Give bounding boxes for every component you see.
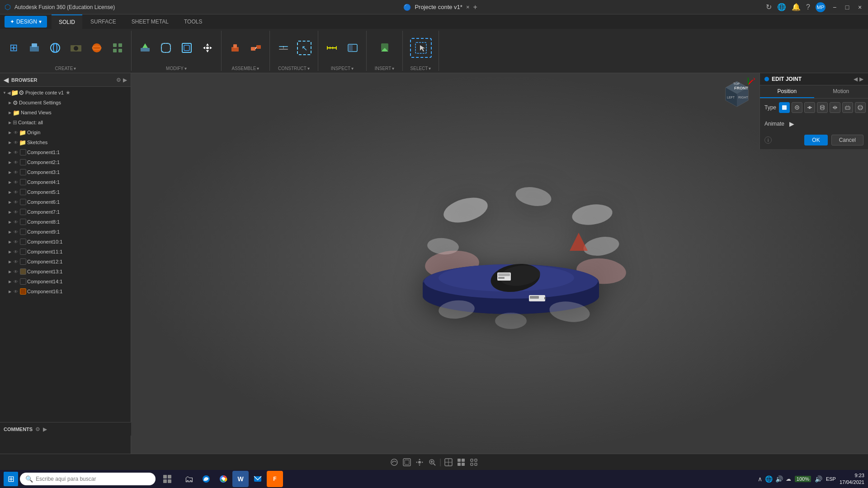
tree-root[interactable]: ▼ ◀ 📁 ⚙ Projecte conte v1 ★ xyxy=(0,88,131,98)
tree-item-comp14[interactable]: ▶ 👁 Component14:1 xyxy=(0,277,131,286)
assemble-dropdown[interactable]: ▾ xyxy=(257,66,259,71)
named-views-arrow[interactable]: ▶ xyxy=(7,110,13,115)
construct-screenshot-btn[interactable]: ↖ xyxy=(294,39,314,57)
tree-item-comp11[interactable]: ▶ 👁 Component11:1 xyxy=(0,247,131,257)
close-btn[interactable]: × xyxy=(856,4,863,11)
fillet-btn[interactable] xyxy=(156,39,176,57)
tree-item-comp9[interactable]: ▶ 👁 Component9:1 xyxy=(0,227,131,237)
minimize-btn[interactable]: − xyxy=(831,4,838,11)
help-icon[interactable]: ? xyxy=(806,3,810,11)
section-analysis-btn[interactable] xyxy=(343,39,363,57)
add-tab-icon[interactable]: + xyxy=(473,3,477,11)
lang-btn[interactable]: ESP xyxy=(826,476,836,482)
refresh-icon[interactable]: ↻ xyxy=(766,3,772,11)
speaker-icon[interactable]: 🔊 xyxy=(815,475,822,483)
tab-surface[interactable]: SURFACE xyxy=(83,14,123,29)
grid-icon[interactable] xyxy=(456,457,467,468)
joint-type-ball[interactable] xyxy=(855,102,866,113)
joint-type-pin-slot[interactable] xyxy=(830,102,840,113)
onedrive-icon[interactable]: ☁ xyxy=(786,476,791,482)
design-button[interactable]: ✦ DESIGN ▾ xyxy=(5,16,47,28)
look-at-icon[interactable] xyxy=(401,457,412,468)
tray-arrow-icon[interactable]: ∧ xyxy=(758,475,762,483)
taskbar-chrome[interactable] xyxy=(215,471,231,487)
info-icon[interactable]: i xyxy=(764,136,772,144)
taskbar-search-input[interactable] xyxy=(36,476,150,482)
joint-type-cylindrical[interactable] xyxy=(817,102,828,113)
insert-derive-btn[interactable] xyxy=(375,39,395,57)
tree-item-comp16[interactable]: ▶ 👁 Component16:1 xyxy=(0,286,131,296)
user-avatar[interactable]: MP xyxy=(816,2,826,12)
tree-item-comp3[interactable]: ▶ 👁 Component3:1 xyxy=(0,167,131,177)
new-component-btn[interactable]: ⊞ xyxy=(4,39,24,57)
select-dropdown[interactable]: ▾ xyxy=(429,66,431,71)
display-mode-icon[interactable] xyxy=(443,457,454,468)
taskbar-mail[interactable] xyxy=(250,471,266,487)
viewcube[interactable]: X Z FRONT RIGHT LEFT TOP xyxy=(719,78,755,114)
tree-item-comp1[interactable]: ▶ 👁 Component1:1 xyxy=(0,147,131,157)
taskbar-fusion360[interactable]: F xyxy=(267,471,283,487)
zoom-icon[interactable] xyxy=(427,457,438,468)
pan-icon[interactable] xyxy=(414,457,425,468)
joint-type-planar[interactable] xyxy=(842,102,853,113)
create-dropdown[interactable]: ▾ xyxy=(74,66,76,71)
tree-item-origin[interactable]: ▶ 👁 📁 Origin xyxy=(0,127,131,137)
edit-joint-back-icon[interactable]: ◀ xyxy=(854,76,858,82)
inspect-dropdown[interactable]: ▾ xyxy=(351,66,354,71)
browser-settings-icon[interactable]: ⚙ xyxy=(116,77,121,83)
joint-type-revolute[interactable] xyxy=(792,102,802,113)
browser-expand-icon[interactable]: ▶ xyxy=(123,77,127,83)
collapse-icon[interactable]: ◀ xyxy=(4,76,9,84)
select-btn[interactable] xyxy=(410,38,432,58)
joint-btn[interactable] xyxy=(246,39,266,57)
tree-item-comp13[interactable]: ▶ 👁 Component13:1 xyxy=(0,267,131,277)
move-btn[interactable] xyxy=(198,39,217,57)
sphere-btn[interactable] xyxy=(87,39,107,57)
tree-item-comp10[interactable]: ▶ 👁 Component10:1 xyxy=(0,237,131,247)
tree-item-comp5[interactable]: ▶ 👁 Component5:1 xyxy=(0,187,131,197)
tree-item-comp7[interactable]: ▶ 👁 Component7:1 xyxy=(0,207,131,217)
animate-play-btn[interactable]: ▶ xyxy=(787,119,796,128)
hole-btn[interactable] xyxy=(66,39,86,57)
modify-dropdown[interactable]: ▾ xyxy=(184,66,187,71)
origin-arrow[interactable]: ▶ xyxy=(7,130,13,135)
revolve-btn[interactable] xyxy=(45,39,65,57)
comments-expand-icon[interactable]: ▶ xyxy=(43,426,47,432)
tray-network-icon[interactable]: 🌐 xyxy=(765,475,773,483)
tree-item-contact[interactable]: ▶ ⊞ Contact: all xyxy=(0,117,131,127)
grid-snap-icon[interactable] xyxy=(468,457,479,468)
measure-btn[interactable] xyxy=(322,39,342,57)
insert-dropdown[interactable]: ▾ xyxy=(392,66,394,71)
edit-joint-expand-icon[interactable]: ▶ xyxy=(859,76,863,82)
tree-item-named-views[interactable]: ▶ 📁 Named Views xyxy=(0,108,131,117)
tab-motion[interactable]: Motion xyxy=(814,85,868,98)
sketches-arrow[interactable]: ▶ xyxy=(7,140,13,145)
construct-dropdown[interactable]: ▾ xyxy=(307,66,310,71)
taskbar-file-explorer[interactable]: 🗂 xyxy=(181,471,197,487)
joint-type-slider[interactable] xyxy=(804,102,815,113)
extrude-btn[interactable] xyxy=(24,39,44,57)
tree-item-comp12[interactable]: ▶ 👁 Component12:1 xyxy=(0,257,131,267)
ok-button[interactable]: OK xyxy=(804,135,827,145)
offset-plane-btn[interactable] xyxy=(274,39,293,57)
taskbar-word[interactable]: W xyxy=(232,471,249,487)
new-comp-assemble-btn[interactable] xyxy=(225,39,245,57)
more-create-btn[interactable] xyxy=(108,39,127,57)
taskbar-search-box[interactable]: 🔍 xyxy=(20,473,156,485)
taskbar-edge[interactable] xyxy=(198,471,214,487)
tree-item-comp8[interactable]: ▶ 👁 Component8:1 xyxy=(0,217,131,227)
cancel-button[interactable]: Cancel xyxy=(831,135,863,145)
viewport[interactable]: X Z FRONT RIGHT LEFT TOP xyxy=(131,73,868,454)
press-pull-btn[interactable] xyxy=(135,39,155,57)
contact-arrow[interactable]: ▶ xyxy=(7,120,13,125)
comments-settings-icon[interactable]: ⚙ xyxy=(35,426,40,432)
origin-eye[interactable]: 👁 xyxy=(13,129,19,136)
tree-item-comp6[interactable]: ▶ 👁 Component6:1 xyxy=(0,197,131,207)
root-expand-arrow[interactable]: ▼ xyxy=(2,90,7,95)
tree-item-comp4[interactable]: ▶ 👁 Component4:1 xyxy=(0,177,131,187)
shell-btn[interactable] xyxy=(177,39,197,57)
taskview-icon[interactable] xyxy=(159,471,175,487)
doc-settings-arrow[interactable]: ▶ xyxy=(7,100,13,105)
maximize-btn[interactable]: □ xyxy=(844,4,851,11)
sketches-eye[interactable]: 👁 xyxy=(13,139,19,145)
